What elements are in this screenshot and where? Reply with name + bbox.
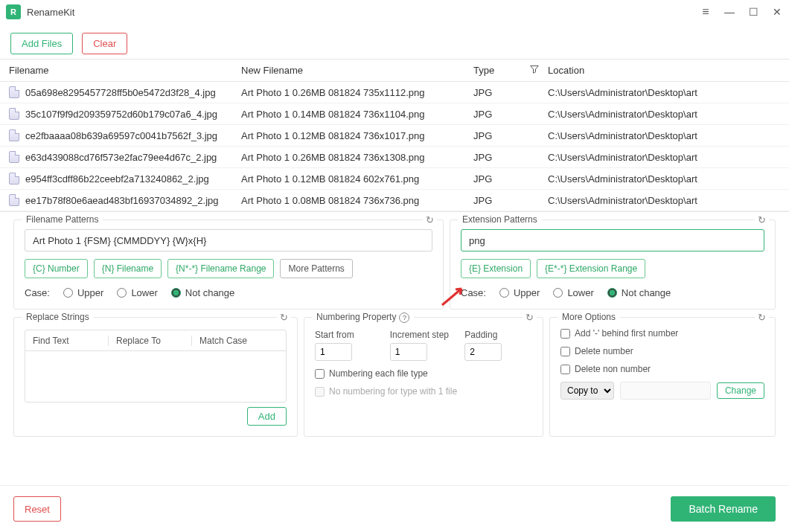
ext-case-notchange-radio[interactable]: Not change	[607, 287, 671, 298]
type-cell: JPG	[473, 173, 548, 185]
new-filename-cell: Art Photo 1 0.12MB 081824 602x761.png	[241, 173, 473, 185]
ext-case-lower-radio[interactable]: Lower	[553, 287, 593, 298]
new-filename-cell: Art Photo 1 0.14MB 081824 736x1104.png	[241, 109, 473, 120]
tag-e-extension[interactable]: {E} Extension	[461, 259, 531, 278]
copy-to-select[interactable]: Copy to	[560, 382, 614, 400]
delete-number-check[interactable]: Delete number	[560, 346, 764, 356]
filename-cell: 35c107f9f9d209359752d60b179c07a6_4.jpg	[25, 109, 217, 120]
destination-path-input[interactable]	[620, 382, 711, 400]
type-cell: JPG	[473, 130, 548, 141]
refresh-icon[interactable]: ↻	[523, 312, 537, 323]
location-cell: C:\Users\Administrator\Desktop\art	[548, 130, 782, 141]
refresh-icon[interactable]: ↻	[755, 312, 769, 323]
type-cell: JPG	[473, 152, 548, 163]
table-row[interactable]: 35c107f9f9d209359752d60b179c07a6_4.jpgAr…	[0, 103, 789, 125]
add-files-button[interactable]: Add Files	[10, 33, 73, 54]
new-filename-cell: Art Photo 1 0.26MB 081824 735x1112.png	[241, 87, 473, 98]
table-header: Filename New Filename Type Location	[0, 60, 789, 82]
location-cell: C:\Users\Administrator\Desktop\art	[548, 195, 782, 206]
padding-input[interactable]	[464, 343, 502, 361]
change-button[interactable]: Change	[717, 382, 764, 399]
menu-icon[interactable]: ≡	[700, 6, 712, 18]
delete-non-number-check[interactable]: Delete non number	[560, 364, 764, 374]
reset-button[interactable]: Reset	[13, 496, 61, 522]
replace-strings-panel: Replace Strings ↻ Find Text Replace To M…	[13, 317, 298, 437]
location-cell: C:\Users\Administrator\Desktop\art	[548, 109, 782, 120]
filter-icon[interactable]	[530, 65, 539, 76]
file-icon	[9, 151, 19, 163]
case-label: Case:	[461, 287, 486, 298]
toolbar: Add Files Clear	[0, 24, 789, 59]
table-row[interactable]: e63d439088cd76f573e2fac79ee4d67c_2.jpgAr…	[0, 147, 789, 168]
clear-button[interactable]: Clear	[82, 33, 127, 54]
filename-cell: ee17b78f80e6aead483bf16937034892_2.jpg	[25, 195, 219, 206]
file-icon	[9, 86, 19, 98]
refresh-icon[interactable]: ↻	[277, 312, 291, 323]
type-cell: JPG	[473, 109, 548, 120]
no-numbering-one-file-check[interactable]: No numbering for type with 1 file	[315, 386, 532, 397]
tag-c-number[interactable]: {C} Number	[25, 259, 88, 278]
more-options-panel: More Options ↻ Add '-' behind first numb…	[549, 317, 776, 437]
filename-patterns-panel: Filename Patterns ↻ {C} Number {N} Filen…	[13, 219, 444, 310]
filename-pattern-input[interactable]	[25, 229, 432, 251]
increment-step-label: Increment step	[390, 330, 458, 340]
case-upper-radio[interactable]: Upper	[63, 287, 103, 298]
extension-pattern-input[interactable]	[461, 229, 764, 251]
refresh-icon[interactable]: ↻	[423, 214, 437, 225]
help-icon[interactable]: ?	[399, 313, 409, 323]
filename-cell: ce2fbaaaa08b639a69597c0041b7562f_3.jpg	[25, 130, 217, 141]
add-dash-check[interactable]: Add '-' behind first number	[560, 328, 764, 339]
file-icon	[9, 173, 19, 185]
table-row[interactable]: e954ff3cdff86b22ceebf2a713240862_2.jpgAr…	[0, 168, 789, 190]
add-replace-button[interactable]: Add	[247, 407, 287, 426]
col-type-label: Type	[473, 65, 494, 76]
replace-strings-title: Replace Strings	[22, 312, 94, 322]
filename-cell: 05a698e8295457728ff5b0e5472d3f28_4.jpg	[25, 87, 216, 98]
start-from-input[interactable]	[315, 343, 352, 361]
location-cell: C:\Users\Administrator\Desktop\art	[548, 152, 782, 163]
case-label: Case:	[25, 287, 50, 298]
extension-patterns-panel: Extension Patterns ↻ {E} Extension {E*-*…	[450, 219, 776, 310]
col-match-case: Match Case	[192, 336, 286, 346]
col-find-text: Find Text	[25, 336, 109, 346]
location-cell: C:\Users\Administrator\Desktop\art	[548, 173, 782, 185]
refresh-icon[interactable]: ↻	[755, 214, 769, 225]
tag-n-range[interactable]: {N*-*} Filename Range	[167, 259, 274, 278]
col-new-filename[interactable]: New Filename	[241, 65, 473, 76]
increment-step-input[interactable]	[390, 343, 427, 361]
col-type[interactable]: Type	[473, 65, 548, 76]
filename-patterns-title: Filename Patterns	[22, 214, 103, 225]
new-filename-cell: Art Photo 1 0.08MB 081824 736x736.png	[241, 195, 473, 206]
file-table: Filename New Filename Type Location 05a6…	[0, 59, 789, 212]
more-options-title: More Options	[558, 312, 620, 322]
tag-e-range[interactable]: {E*-*} Extension Range	[537, 259, 645, 278]
titlebar: R RenameKit ≡ — ☐ ✕	[0, 0, 789, 24]
col-location[interactable]: Location	[548, 65, 782, 76]
numbering-panel: Numbering Property? ↻ Start from Increme…	[304, 317, 543, 437]
minimize-icon[interactable]: —	[723, 6, 735, 18]
start-from-label: Start from	[315, 330, 383, 340]
new-filename-cell: Art Photo 1 0.26MB 081824 736x1308.png	[241, 152, 473, 163]
close-icon[interactable]: ✕	[771, 6, 783, 18]
filename-cell: e63d439088cd76f573e2fac79ee4d67c_2.jpg	[25, 152, 217, 163]
ext-case-upper-radio[interactable]: Upper	[499, 287, 540, 298]
numbering-each-type-check[interactable]: Numbering each file type	[315, 368, 532, 379]
col-filename[interactable]: Filename	[7, 65, 241, 76]
table-row[interactable]: ee17b78f80e6aead483bf16937034892_2.jpgAr…	[0, 190, 789, 211]
table-row[interactable]: ce2fbaaaa08b639a69597c0041b7562f_3.jpgAr…	[0, 125, 789, 147]
app-icon: R	[6, 4, 21, 19]
batch-rename-button[interactable]: Batch Rename	[671, 496, 776, 522]
replace-table: Find Text Replace To Match Case	[25, 330, 287, 403]
file-icon	[9, 194, 19, 206]
type-cell: JPG	[473, 87, 548, 98]
more-patterns-button[interactable]: More Patterns	[280, 259, 352, 278]
padding-label: Padding	[464, 330, 532, 340]
tag-n-filename[interactable]: {N} Filename	[94, 259, 162, 278]
case-lower-radio[interactable]: Lower	[117, 287, 157, 298]
location-cell: C:\Users\Administrator\Desktop\art	[548, 87, 782, 98]
case-notchange-radio[interactable]: Not change	[171, 287, 235, 298]
filename-cell: e954ff3cdff86b22ceebf2a713240862_2.jpg	[25, 173, 209, 185]
maximize-icon[interactable]: ☐	[747, 6, 759, 18]
table-row[interactable]: 05a698e8295457728ff5b0e5472d3f28_4.jpgAr…	[0, 82, 789, 103]
app-title: RenameKit	[27, 7, 700, 18]
